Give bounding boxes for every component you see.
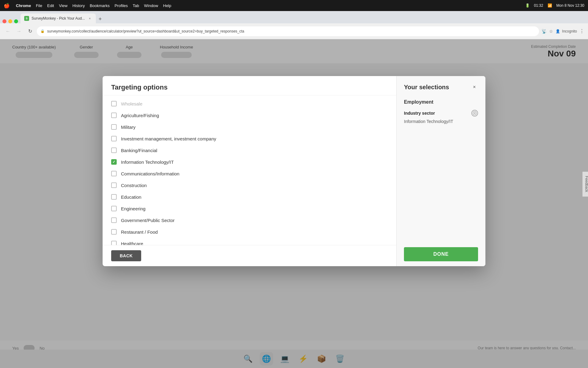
wifi-icon: 📶 xyxy=(548,3,552,8)
menubar-date: Mon 8 Nov 12:30 xyxy=(556,3,584,8)
selection-category-label: Industry sector xyxy=(404,111,435,116)
item-label-healthcare: Healthcare xyxy=(121,241,143,245)
item-label-agriculture: Agriculture/Fishing xyxy=(121,113,159,118)
close-window-button[interactable] xyxy=(2,19,6,23)
menu-edit[interactable]: Edit xyxy=(47,3,54,8)
menu-tab[interactable]: Tab xyxy=(133,3,139,8)
menu-file[interactable]: File xyxy=(36,3,42,8)
menu-bookmarks[interactable]: Bookmarks xyxy=(90,3,110,8)
modal-close-button[interactable]: × xyxy=(471,83,478,91)
back-button[interactable]: BACK xyxy=(111,250,141,261)
browser-tab[interactable]: S SurveyMonkey - Pick Your Aud... × xyxy=(21,13,96,23)
address-bar-right: 📡 ☆ 👤 Incognito ⋮ xyxy=(541,28,584,34)
selection-value: Information Technology/IT xyxy=(404,119,478,124)
menu-profiles[interactable]: Profiles xyxy=(115,3,128,8)
list-item[interactable]: Investment management, investment compan… xyxy=(103,133,396,144)
list-item[interactable]: Military xyxy=(103,121,396,133)
feedback-tab[interactable]: Feedback xyxy=(583,172,588,197)
minimize-window-button[interactable] xyxy=(8,19,12,23)
menubar-time: 01:32 xyxy=(534,3,543,8)
tab-title: SurveyMonkey - Pick Your Aud... xyxy=(32,16,85,21)
menu-help[interactable]: Help xyxy=(163,3,172,8)
list-item[interactable]: Construction xyxy=(103,179,396,191)
browser-window: S SurveyMonkey - Pick Your Aud... × + ← … xyxy=(0,11,588,368)
forward-button[interactable]: → xyxy=(15,27,23,36)
url-bar[interactable]: 🔒 surveymonkey.com/collect/audience/calc… xyxy=(37,26,539,36)
checkbox-government[interactable] xyxy=(111,217,117,223)
employment-section-title: Employment xyxy=(404,99,478,105)
targeting-modal: Targeting options Wholesale Agriculture/… xyxy=(103,76,485,266)
ssl-lock-icon: 🔒 xyxy=(40,29,45,33)
apple-menu[interactable]: 🍎 xyxy=(4,3,10,9)
checkbox-healthcare[interactable] xyxy=(111,241,117,245)
item-label-banking: Banking/Financial xyxy=(121,148,157,153)
list-item[interactable]: Restaurant / Food xyxy=(103,226,396,238)
incognito-profile[interactable]: 👤 Incognito xyxy=(556,29,577,33)
list-item[interactable]: Engineering xyxy=(103,203,396,214)
list-item[interactable]: Government/Public Sector xyxy=(103,214,396,226)
done-button[interactable]: DONE xyxy=(404,247,478,261)
modal-left-header: Targeting options xyxy=(103,76,396,95)
list-item[interactable]: Healthcare xyxy=(103,238,396,245)
menubar-right: 🔋 01:32 📶 Mon 8 Nov 12:30 xyxy=(525,3,584,8)
item-label-education: Education xyxy=(121,194,141,200)
list-item[interactable]: Information Technology/IT xyxy=(103,156,396,168)
checkbox-agriculture[interactable] xyxy=(111,113,117,118)
checkbox-it[interactable] xyxy=(111,159,117,165)
checkbox-education[interactable] xyxy=(111,194,117,200)
item-label-it: Information Technology/IT xyxy=(121,159,174,165)
item-label-communications: Communications/Information xyxy=(121,171,179,176)
bookmark-icon[interactable]: ☆ xyxy=(549,29,553,34)
url-text: surveymonkey.com/collect/audience/calcul… xyxy=(47,29,244,33)
checkbox-restaurant[interactable] xyxy=(111,229,117,235)
item-label-government: Government/Public Sector xyxy=(121,218,175,223)
checkbox-military[interactable] xyxy=(111,124,117,130)
remove-selection-button[interactable] xyxy=(471,110,478,117)
modal-body: Targeting options Wholesale Agriculture/… xyxy=(103,76,485,266)
battery-icon: 🔋 xyxy=(525,3,530,8)
menubar: 🍎 Chrome File Edit View History Bookmark… xyxy=(0,0,588,11)
checkbox-wholesale[interactable] xyxy=(111,101,117,106)
list-item[interactable]: Wholesale xyxy=(103,98,396,109)
remove-icon xyxy=(473,111,477,115)
back-button[interactable]: ← xyxy=(4,27,12,36)
list-item[interactable]: Communications/Information xyxy=(103,168,396,179)
checkbox-banking[interactable] xyxy=(111,148,117,153)
modal-list[interactable]: Wholesale Agriculture/Fishing Military xyxy=(103,95,396,245)
modal-right-footer: DONE xyxy=(397,242,485,266)
new-tab-button[interactable]: + xyxy=(96,15,104,23)
traffic-lights xyxy=(2,19,18,23)
list-item[interactable]: Agriculture/Fishing xyxy=(103,109,396,121)
tab-bar: S SurveyMonkey - Pick Your Aud... × + xyxy=(0,11,588,23)
modal-title: Targeting options xyxy=(111,83,168,91)
checkbox-construction[interactable] xyxy=(111,182,117,188)
item-label-engineering: Engineering xyxy=(121,206,145,211)
page-background: Country (100+ available) Gender Age Hous… xyxy=(0,39,588,368)
selections-content: Employment Industry sector xyxy=(397,94,485,242)
item-label-investment: Investment management, investment compan… xyxy=(121,136,216,141)
menu-window[interactable]: Window xyxy=(144,3,158,8)
maximize-window-button[interactable] xyxy=(14,19,18,23)
menu-view[interactable]: View xyxy=(59,3,67,8)
modal-left-panel: Targeting options Wholesale Agriculture/… xyxy=(103,76,397,266)
profile-icon: 👤 xyxy=(556,29,560,33)
tab-favicon: S xyxy=(24,16,29,21)
cast-icon: 📡 xyxy=(541,29,547,34)
checkbox-investment[interactable] xyxy=(111,136,117,141)
modal-right-panel: Your selections × Employment Industry se… xyxy=(397,76,485,266)
selection-industry-row: Industry sector xyxy=(404,110,478,117)
address-bar: ← → ↻ 🔒 surveymonkey.com/collect/audienc… xyxy=(0,23,588,39)
modal-right-header: Your selections × xyxy=(397,76,485,94)
your-selections-title: Your selections xyxy=(404,84,449,91)
list-item[interactable]: Banking/Financial xyxy=(103,144,396,156)
item-label-wholesale: Wholesale xyxy=(121,101,142,106)
tab-close-button[interactable]: × xyxy=(87,16,92,21)
menu-chrome[interactable]: Chrome xyxy=(16,3,31,8)
reload-button[interactable]: ↻ xyxy=(26,27,34,36)
menu-dots-icon[interactable]: ⋮ xyxy=(579,28,584,34)
checkbox-engineering[interactable] xyxy=(111,206,117,211)
menu-history[interactable]: History xyxy=(72,3,85,8)
profile-label: Incognito xyxy=(562,29,577,33)
list-item[interactable]: Education xyxy=(103,191,396,203)
checkbox-communications[interactable] xyxy=(111,171,117,176)
